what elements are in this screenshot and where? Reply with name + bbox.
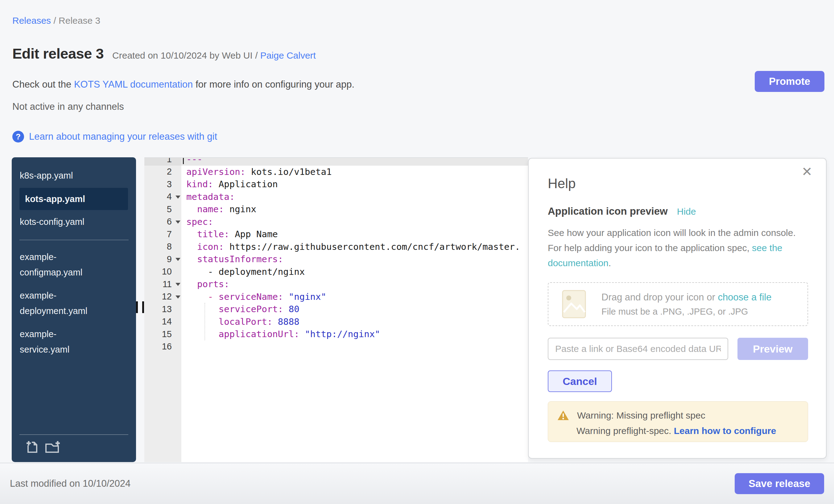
- code-text[interactable]: kind: Application: [181, 178, 528, 191]
- doc-hint: Check out the KOTS YAML documentation fo…: [12, 79, 354, 90]
- help-panel: ✕ Help Application icon preview Hide See…: [528, 158, 827, 459]
- line-number: 4: [144, 191, 181, 203]
- file-item-example-service[interactable]: example-service.yaml: [12, 323, 104, 361]
- line-number: 6: [144, 216, 181, 228]
- new-file-icon[interactable]: [25, 440, 39, 454]
- breadcrumb: Releases / Release 3: [12, 16, 100, 26]
- code-line: 10 - deployment/nginx: [144, 266, 528, 278]
- line-number: 12: [144, 290, 181, 303]
- channel-status: Not active in any channels: [12, 101, 124, 112]
- icon-dropzone[interactable]: Drag and drop your icon or choose a file…: [548, 282, 808, 326]
- fold-arrow-icon[interactable]: [175, 283, 180, 286]
- line-number: 5: [144, 203, 181, 216]
- code-text[interactable]: apiVersion: kots.io/v1beta1: [181, 166, 528, 178]
- code-line: 12 - serviceName: "nginx": [144, 290, 528, 303]
- warning-triangle-icon: [557, 410, 569, 421]
- code-line: 3 kind: Application: [144, 178, 528, 191]
- line-number: 16: [144, 341, 181, 353]
- warning-text: Warning: Missing preflight spec: [577, 410, 705, 421]
- breadcrumb-current: Release 3: [59, 16, 100, 26]
- promote-button[interactable]: Promote: [755, 71, 825, 92]
- code-text[interactable]: - deployment/nginx: [181, 266, 528, 278]
- code-text[interactable]: name: nginx: [181, 203, 528, 216]
- code-text[interactable]: title: App Name: [181, 228, 528, 241]
- last-modified: Last modified on 10/10/2024: [10, 478, 130, 489]
- line-number: 7: [144, 228, 181, 241]
- save-release-button[interactable]: Save release: [735, 473, 824, 494]
- icon-preview-description: See how your application icon will look …: [548, 225, 808, 270]
- code-line: 7 title: App Name: [144, 228, 528, 241]
- fold-arrow-icon[interactable]: [175, 196, 180, 199]
- file-tree-divider: [19, 240, 129, 240]
- breadcrumb-releases-link[interactable]: Releases: [12, 16, 51, 26]
- cancel-button[interactable]: Cancel: [548, 370, 612, 392]
- code-line: 8 icon: https://raw.githubusercontent.co…: [144, 241, 528, 253]
- close-icon[interactable]: ✕: [802, 165, 812, 178]
- line-number: 15: [144, 328, 181, 341]
- fold-arrow-icon[interactable]: [175, 295, 180, 299]
- code-line: 5 name: nginx: [144, 203, 528, 216]
- file-item-example-deployment[interactable]: example-deployment.yaml: [12, 284, 104, 323]
- line-number: 10: [144, 266, 181, 278]
- file-item-kots-config[interactable]: kots-config.yaml: [12, 210, 136, 234]
- preflight-warning: Warning: Missing preflight spec Warning …: [548, 401, 808, 442]
- code-text[interactable]: [181, 341, 528, 353]
- line-number: 3: [144, 178, 181, 191]
- yaml-editor[interactable]: 1 --- 2 apiVersion: kots.io/v1beta1 3 ki…: [144, 157, 528, 462]
- code-line: 4 metadata:: [144, 191, 528, 203]
- file-tree: k8s-app.yaml kots-app.yaml kots-config.y…: [12, 157, 136, 462]
- code-text[interactable]: ports:: [181, 278, 528, 290]
- code-text[interactable]: servicePort: 80: [181, 303, 528, 315]
- line-number: 13: [144, 303, 181, 315]
- help-title: Help: [548, 176, 808, 191]
- code-text[interactable]: spec:: [181, 216, 528, 228]
- code-text[interactable]: icon: https://raw.githubusercontent.com/…: [181, 241, 528, 253]
- fold-arrow-icon[interactable]: [175, 221, 180, 224]
- file-item-k8s-app[interactable]: k8s-app.yaml: [12, 164, 136, 187]
- code-line: 13 servicePort: 80: [144, 303, 528, 315]
- code-line: 1 ---: [144, 157, 528, 166]
- hide-link[interactable]: Hide: [677, 206, 696, 217]
- code-line: 6 spec:: [144, 216, 528, 228]
- warning-detail: Warning preflight-spec. Learn how to con…: [576, 426, 798, 436]
- code-text[interactable]: - serviceName: "nginx": [181, 290, 528, 303]
- git-releases-link[interactable]: Learn about managing your releases with …: [29, 131, 217, 142]
- file-item-example-configmap[interactable]: example-configmap.yaml: [12, 245, 104, 284]
- dropzone-filetypes: File must be a .PNG, .JPEG, or .JPG: [601, 307, 771, 317]
- choose-file-link[interactable]: choose a file: [718, 292, 771, 303]
- text-cursor: [183, 157, 184, 164]
- code-line: 9 statusInformers:: [144, 253, 528, 266]
- preview-button[interactable]: Preview: [738, 338, 808, 360]
- code-text[interactable]: metadata:: [181, 191, 528, 203]
- learn-configure-link[interactable]: Learn how to configure: [674, 426, 776, 436]
- line-number: 1: [144, 157, 181, 166]
- code-text[interactable]: applicationUrl: "http://nginx": [181, 328, 528, 341]
- line-number: 11: [144, 278, 181, 290]
- file-item-kots-app-selected[interactable]: kots-app.yaml: [19, 188, 128, 210]
- help-circle-icon: ?: [12, 131, 24, 143]
- icon-url-input[interactable]: [548, 338, 728, 360]
- code-line: 11 ports:: [144, 278, 528, 290]
- line-number: 9: [144, 253, 181, 266]
- page-title: Edit release 3: [12, 45, 104, 62]
- footer-bar: Last modified on 10/10/2024 Save release: [0, 463, 834, 504]
- sidebar-resize-handle[interactable]: [136, 301, 144, 313]
- fold-arrow-icon[interactable]: [175, 258, 180, 261]
- code-line: 15 applicationUrl: "http://nginx": [144, 328, 528, 341]
- line-number: 14: [144, 315, 181, 328]
- code-line: 2 apiVersion: kots.io/v1beta1: [144, 166, 528, 178]
- author-link[interactable]: Paige Calvert: [260, 50, 316, 61]
- line-number: 2: [144, 166, 181, 178]
- code-text[interactable]: localPort: 8888: [181, 315, 528, 328]
- breadcrumb-separator: /: [51, 16, 59, 26]
- created-info: Created on 10/10/2024 by Web UI / Paige …: [112, 50, 316, 61]
- line-number: 8: [144, 241, 181, 253]
- new-folder-icon[interactable]: [45, 440, 61, 454]
- file-tree-toolbar: [19, 434, 128, 462]
- kots-yaml-doc-link[interactable]: KOTS YAML documentation: [74, 79, 193, 90]
- code-line: 16: [144, 341, 528, 353]
- code-line: 14 localPort: 8888: [144, 315, 528, 328]
- code-text[interactable]: statusInformers:: [181, 253, 528, 266]
- code-text[interactable]: ---: [181, 157, 528, 166]
- image-placeholder-icon: [562, 290, 586, 318]
